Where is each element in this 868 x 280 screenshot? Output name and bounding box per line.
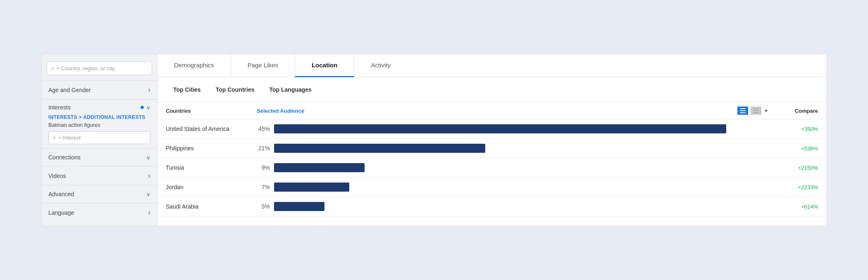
- bar-chart: [274, 124, 777, 133]
- interests-icons: [141, 104, 150, 111]
- interests-sub-label: Batman action figures: [48, 122, 150, 128]
- bar-chart-icon: [740, 108, 746, 113]
- connections-label: Connections: [48, 154, 81, 161]
- col-compare-header: Compare: [777, 108, 818, 114]
- interests-dot: [141, 106, 144, 109]
- sub-tab-top-cities[interactable]: Top Cities: [166, 83, 208, 96]
- bar-area: 9%: [257, 163, 777, 172]
- percentage: 45%: [257, 126, 270, 132]
- bar-foreground: [274, 183, 349, 192]
- chevron-right-icon-language: [148, 208, 150, 217]
- main-tabs: Demographics Page Likes Location Activit…: [157, 54, 826, 77]
- interest-placeholder: + Interest: [58, 135, 81, 141]
- table-row: United States of America 45% +350%: [157, 119, 826, 139]
- col-country-header: Countries: [166, 108, 257, 114]
- bar-foreground: [274, 144, 485, 153]
- table-header: Countries Selected Audience: [157, 102, 826, 119]
- main-panel: Demographics Page Likes Location Activit…: [157, 54, 827, 226]
- chevron-right-icon: [148, 85, 150, 94]
- interest-input[interactable]: + + Interest: [48, 131, 150, 144]
- bar-chart: [274, 144, 777, 153]
- table-row: Saudi Arabia 5% +614%: [157, 197, 826, 216]
- compare-value: +2233%: [777, 184, 818, 190]
- table-body: United States of America 45% +350% Phili…: [157, 119, 826, 216]
- country-name: Philippines: [166, 145, 257, 152]
- bar-chart: [274, 183, 777, 192]
- country-name: Saudi Arabia: [166, 203, 257, 210]
- sidebar-item-connections[interactable]: Connections: [42, 148, 157, 166]
- bar-chart: [274, 202, 777, 211]
- bar-area: 21%: [257, 144, 777, 153]
- compare-value: +2150%: [777, 165, 818, 171]
- percentage: 9%: [257, 164, 270, 171]
- percentage: 7%: [257, 184, 270, 190]
- tab-activity[interactable]: Activity: [354, 54, 407, 77]
- chevron-right-icon-videos: [148, 171, 150, 180]
- sidebar-item-interests: Interests INTERESTS > ADDITIONAL INTERES…: [42, 99, 157, 148]
- plus-icon-interest: +: [53, 135, 56, 141]
- chevron-down-icon-advanced: [146, 190, 150, 198]
- bar-foreground: [274, 163, 365, 172]
- sidebar-item-language[interactable]: Language: [42, 203, 157, 222]
- chevron-down-icon-connections: [146, 154, 150, 161]
- sidebar: + + Country, region, or city Age and Gen…: [41, 54, 157, 226]
- tab-location[interactable]: Location: [295, 54, 355, 77]
- bar-area: 5%: [257, 202, 777, 211]
- advanced-label: Advanced: [48, 191, 74, 197]
- sidebar-item-advanced[interactable]: Advanced: [42, 185, 157, 203]
- tab-page-likes[interactable]: Page Likes: [231, 54, 295, 77]
- percentage: 21%: [257, 145, 270, 152]
- sub-tab-top-countries[interactable]: Top Countries: [208, 83, 262, 96]
- grid-view-button[interactable]: [751, 107, 761, 115]
- bar-area: 7%: [257, 183, 777, 192]
- country-name: Tunisia: [166, 164, 257, 171]
- view-controls: ▼: [737, 107, 768, 115]
- videos-label: Videos: [48, 173, 66, 179]
- table-row: Tunisia 9% +2150%: [157, 158, 826, 178]
- location-input[interactable]: + + Country, region, or city: [47, 62, 152, 75]
- view-dropdown-arrow[interactable]: ▼: [764, 108, 768, 113]
- percentage: 5%: [257, 203, 270, 210]
- location-placeholder: + Country, region, or city: [57, 65, 115, 71]
- sub-tab-top-languages[interactable]: Top Languages: [262, 83, 319, 96]
- bar-foreground: [274, 202, 324, 211]
- sidebar-item-age-gender[interactable]: Age and Gender: [42, 80, 157, 99]
- table-row: Jordan 7% +2233%: [157, 178, 826, 197]
- compare-value: +536%: [777, 145, 818, 152]
- compare-value: +614%: [777, 204, 818, 210]
- country-name: United States of America: [166, 126, 257, 132]
- col-audience-header: Selected Audience: [257, 108, 737, 114]
- bar-chart: [274, 163, 777, 172]
- bar-area: 45%: [257, 124, 777, 133]
- country-name: Jordan: [166, 184, 257, 190]
- compare-value: +350%: [777, 126, 818, 132]
- app-container: + + Country, region, or city Age and Gen…: [41, 54, 827, 226]
- bar-foreground: [274, 124, 726, 133]
- grid-icon: [753, 108, 759, 113]
- interests-header[interactable]: Interests: [48, 104, 150, 111]
- plus-icon: +: [51, 65, 55, 71]
- sub-tabs: Top Cities Top Countries Top Languages: [157, 77, 826, 102]
- interests-breadcrumb: INTERESTS > ADDITIONAL INTERESTS: [48, 114, 150, 120]
- language-label: Language: [48, 209, 74, 216]
- chevron-down-icon: [146, 104, 150, 111]
- tab-demographics[interactable]: Demographics: [157, 54, 231, 77]
- table-row: Philippines 21% +536%: [157, 139, 826, 158]
- age-gender-label: Age and Gender: [48, 87, 91, 93]
- bar-view-button[interactable]: [737, 107, 748, 115]
- interests-label: Interests: [48, 104, 71, 111]
- sidebar-item-videos[interactable]: Videos: [42, 166, 157, 185]
